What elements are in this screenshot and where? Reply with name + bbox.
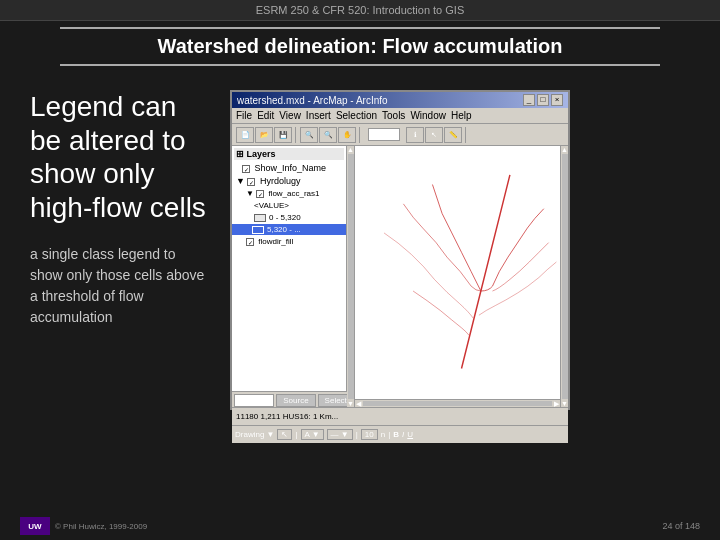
- arcmap-statusbar: 11180 1,211 HUS16: 1 Km...: [232, 407, 568, 425]
- legend-swatch-low: [254, 214, 266, 222]
- uw-logo: UW © Phil Huwicz, 1999-2009: [20, 517, 147, 535]
- toc-legend-high: 5,320 - ...: [232, 224, 346, 235]
- menu-file[interactable]: File: [236, 110, 252, 121]
- draw-line[interactable]: — ▼: [327, 429, 353, 440]
- arcmap-toolbar: 📄 📂 💾 🔍 🔍 ✋ 11,974 ℹ ↖ 📏: [232, 124, 568, 146]
- toc-flow-acc: ▼ flow_acc_ras1: [234, 188, 344, 199]
- toc-panel: ⊞ Layers Show_Info_Name ▼ Hyrdolugy: [232, 146, 347, 391]
- pan-btn[interactable]: ✋: [338, 127, 356, 143]
- arcmap-title: watershed.mxd - ArcMap - ArcInfo: [237, 95, 388, 106]
- menu-edit[interactable]: Edit: [257, 110, 274, 121]
- toc-show-info: Show_Info_Name: [234, 162, 344, 174]
- toc-scroll: Show_Info_Name ▼ Hyrdolugy ▼: [234, 162, 344, 247]
- slide-title: Watershed delineation: Flow accumulation: [158, 35, 563, 58]
- draw-tools[interactable]: A ▼: [301, 429, 324, 440]
- toc-legend-low: 0 - 5,320: [234, 212, 344, 223]
- toolbar-group-2: 🔍 🔍 ✋: [300, 127, 360, 143]
- course-label: ESRM 250 & CFR 520: Introduction to GIS: [0, 0, 720, 21]
- copyright-text: © Phil Huwicz, 1999-2009: [55, 522, 147, 531]
- menu-tools[interactable]: Tools: [382, 110, 405, 121]
- toolbar-group-3: ℹ ↖ 📏: [406, 127, 466, 143]
- zoom-field[interactable]: 10: [361, 429, 378, 440]
- description: a single class legend to show only those…: [30, 244, 210, 328]
- menu-insert[interactable]: Insert: [306, 110, 331, 121]
- coord-display: 11,974: [368, 128, 400, 141]
- slide: ESRM 250 & CFR 520: Introduction to GIS …: [0, 0, 720, 540]
- footer-bar: UW © Phil Huwicz, 1999-2009 24 of 148: [0, 512, 720, 540]
- tab-display[interactable]: Display: [234, 394, 274, 407]
- flow-map-svg: [355, 146, 568, 407]
- menu-selection[interactable]: Selection: [336, 110, 377, 121]
- map-area: ▲ ▼ ◀ ▶: [355, 146, 568, 407]
- uw-logo-box: UW: [20, 517, 50, 535]
- bold-btn[interactable]: B: [393, 430, 399, 439]
- zoom-unit: n: [381, 430, 385, 439]
- toc-value-header: <VALUE>: [234, 200, 344, 211]
- save-btn[interactable]: 💾: [274, 127, 292, 143]
- layer-checkbox[interactable]: [242, 165, 250, 173]
- menu-window[interactable]: Window: [410, 110, 446, 121]
- slide-number: 24 of 148: [662, 521, 700, 531]
- open-btn[interactable]: 📂: [255, 127, 273, 143]
- arcmap-body: ⊞ Layers Show_Info_Name ▼ Hyrdolugy: [232, 146, 568, 407]
- left-panel: Legend can be altered to show only high-…: [30, 90, 210, 328]
- toc-scrollbar[interactable]: ▲ ▼: [347, 146, 355, 407]
- draw-select[interactable]: ↖: [277, 429, 292, 440]
- tab-source[interactable]: Source: [276, 394, 315, 407]
- identify-btn[interactable]: ℹ: [406, 127, 424, 143]
- select-btn[interactable]: ↖: [425, 127, 443, 143]
- toc-hydrology: ▼ Hyrdolugy: [234, 175, 344, 187]
- maximize-button[interactable]: □: [537, 94, 549, 106]
- map-hscrollbar[interactable]: ◀ ▶: [355, 399, 560, 407]
- content-area: Legend can be altered to show only high-…: [0, 72, 720, 420]
- new-btn[interactable]: 📄: [236, 127, 254, 143]
- arcmap-titlebar: watershed.mxd - ArcMap - ArcInfo _ □ ×: [232, 92, 568, 108]
- window-controls: _ □ ×: [523, 94, 563, 106]
- status-coords: 11180 1,211 HUS16: 1 Km...: [236, 412, 338, 421]
- right-panel: watershed.mxd - ArcMap - ArcInfo _ □ × F…: [230, 90, 690, 410]
- arcmap-menubar: File Edit View Insert Selection Tools Wi…: [232, 108, 568, 124]
- menu-view[interactable]: View: [279, 110, 301, 121]
- toolbar-group-1: 📄 📂 💾: [236, 127, 296, 143]
- flowdir-checkbox[interactable]: [246, 238, 254, 246]
- measure-btn[interactable]: 📏: [444, 127, 462, 143]
- underline-btn[interactable]: U: [407, 430, 413, 439]
- italic-btn[interactable]: I: [402, 430, 404, 439]
- minimize-button[interactable]: _: [523, 94, 535, 106]
- zoom-out-btn[interactable]: 🔍: [319, 127, 337, 143]
- toc-header: ⊞ Layers: [234, 148, 344, 160]
- hydro-checkbox[interactable]: [247, 178, 255, 186]
- svg-rect-0: [355, 165, 568, 388]
- arcmap-window: watershed.mxd - ArcMap - ArcInfo _ □ × F…: [230, 90, 570, 410]
- zoom-in-btn[interactable]: 🔍: [300, 127, 318, 143]
- map-vscrollbar[interactable]: ▲ ▼: [560, 146, 568, 407]
- menu-help[interactable]: Help: [451, 110, 472, 121]
- main-heading: Legend can be altered to show only high-…: [30, 90, 210, 224]
- legend-swatch-high: [252, 226, 264, 234]
- draw-label: Drawing ▼: [235, 430, 274, 439]
- toc-flowdir: flowdir_fill: [234, 236, 344, 247]
- drawing-toolbar: Drawing ▼ ↖ | A ▼ — ▼ | 10 n | B I U: [232, 425, 568, 443]
- toc-tabs: Display Source Selection: [232, 391, 347, 407]
- course-title-text: ESRM 250 & CFR 520: Introduction to GIS: [256, 4, 464, 16]
- flow-acc-checkbox[interactable]: [256, 190, 264, 198]
- close-button[interactable]: ×: [551, 94, 563, 106]
